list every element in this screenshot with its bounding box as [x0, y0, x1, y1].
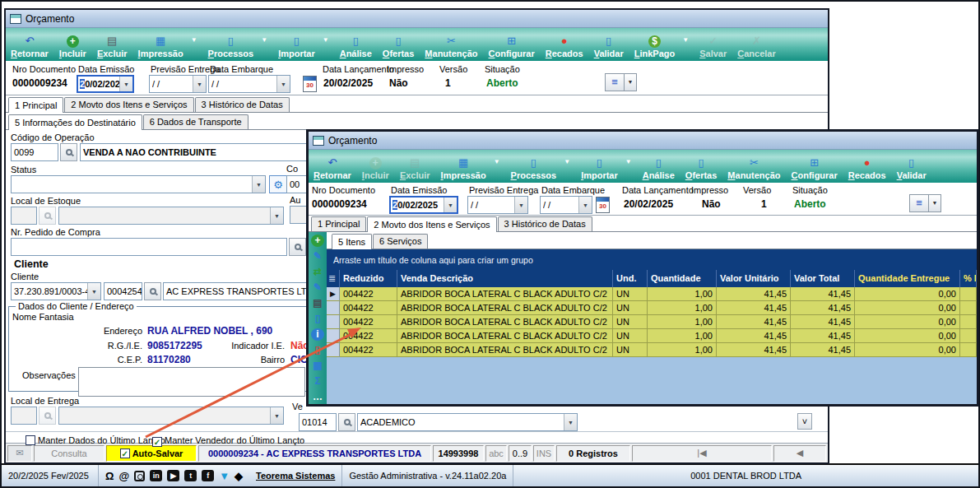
impressao-button[interactable]: ▦ Impressão [441, 156, 486, 181]
chevron-down-icon[interactable]: ▼ [87, 283, 100, 300]
grid-groupby-bar[interactable]: Arraste um título de coluna aqui para cr… [327, 249, 977, 270]
configurar-button[interactable]: ⊞ Configurar [489, 34, 535, 59]
table-row[interactable]: 004422 ABRIDOR BOCA LATERAL C BLACK ADUL… [327, 301, 977, 315]
chevron-down-icon[interactable]: ▼ [564, 414, 577, 430]
brand-link[interactable]: Teorema Sistemas [249, 465, 342, 486]
chevron-down-icon[interactable]: ▼ [682, 36, 689, 53]
cell-venda-descricao[interactable]: ABRIDOR BOCA LATERAL C BLACK ADULTO C/2 [397, 343, 613, 357]
document-button[interactable]: ▯ [311, 313, 324, 325]
chevron-down-icon[interactable]: ▼ [494, 158, 500, 175]
local-entrega-code-field[interactable] [11, 407, 37, 425]
excluir-button[interactable]: ▤ Excluir [97, 34, 128, 59]
grid-column-header[interactable]: Venda Descrição [397, 270, 613, 287]
ofertas-button[interactable]: ▯ Ofertas [685, 156, 718, 181]
cliente-codigo-field[interactable]: 0004254 [104, 282, 142, 300]
cell-percent-desconto[interactable] [960, 315, 977, 329]
salvar-button[interactable]: ✓ Salvar [699, 34, 727, 59]
cell-quantidade[interactable]: 1,00 [648, 287, 717, 301]
scroll-down-button[interactable]: ˅ [797, 413, 812, 430]
vendedor-codigo-field[interactable]: 01014 [299, 413, 337, 431]
list-view-button[interactable]: ≡ ▼ [909, 194, 941, 212]
auto-salvar-toggle[interactable]: Auto-Salvar [106, 445, 197, 462]
chevron-down-icon[interactable]: ▼ [625, 158, 632, 175]
edit-grid-button[interactable]: ✎ [311, 281, 324, 294]
cell-reduzido[interactable]: 004422 [340, 287, 397, 301]
cell-venda-descricao[interactable]: ABRIDOR BOCA LATERAL C BLACK ADULTO C/2 [397, 315, 613, 329]
manutencao-button[interactable]: ✂ Manutenção [727, 156, 780, 181]
kite-icon[interactable]: ▼ [219, 470, 230, 482]
facebook-icon[interactable]: f [202, 470, 214, 481]
cell-und[interactable]: UN [613, 301, 648, 315]
grid-column-header[interactable]: Reduzido [340, 270, 397, 287]
search-button[interactable] [39, 407, 56, 425]
grid-export-button[interactable]: ▦ [311, 360, 324, 372]
cell-percent-desconto[interactable] [960, 287, 977, 301]
info-button[interactable]: i [311, 328, 324, 341]
observacoes-textarea[interactable] [78, 367, 305, 397]
chevron-down-icon[interactable]: ▼ [252, 176, 265, 193]
cell-quantidade[interactable]: 1,00 [648, 343, 717, 357]
importar-button[interactable]: ▯ Importar [278, 34, 315, 59]
sum-button[interactable]: Σ [311, 375, 324, 388]
cell-valor-unitario[interactable]: 41,45 [717, 329, 791, 343]
graduation-cap-icon[interactable]: ◆ [235, 470, 243, 482]
list-view-button[interactable]: ≡ ▼ [605, 73, 637, 91]
cell-und[interactable]: UN [613, 329, 648, 343]
cell-quantidade-entregue[interactable]: 0,00 [855, 329, 960, 343]
analise-button[interactable]: ▯ Análise [643, 156, 675, 181]
cell-quantidade[interactable]: 1,00 [648, 301, 717, 315]
cell-und[interactable]: UN [613, 343, 648, 357]
chevron-down-icon[interactable]: ▼ [270, 207, 283, 224]
grid-column-header[interactable]: Quantidade Entregue [855, 270, 960, 287]
cell-reduzido[interactable]: 004422 [340, 301, 397, 315]
manutencao-button[interactable]: ✂ Manutenção [425, 34, 477, 59]
tab[interactable]: 3 Histórico de Datas [195, 97, 290, 112]
cell-venda-descricao[interactable]: ABRIDOR BOCA LATERAL C BLACK ADULTO C/2 [397, 287, 613, 301]
chevron-down-icon[interactable]: ▼ [270, 407, 283, 424]
tab[interactable]: 2 Movto dos Itens e Serviços [64, 97, 193, 112]
cell-valor-unitario[interactable]: 41,45 [717, 301, 791, 315]
cell-valor-total[interactable]: 41,45 [791, 329, 855, 343]
cell-venda-descricao[interactable]: ABRIDOR BOCA LATERAL C BLACK ADULTO C/2 [397, 301, 613, 315]
local-estoque-combo[interactable]: ▼ [58, 207, 284, 225]
grid-column-header[interactable]: Valor Total [791, 270, 855, 287]
chevron-down-icon[interactable]: ▼ [191, 36, 197, 53]
cancelar-button[interactable]: ✗ Cancelar [737, 34, 775, 59]
chevron-down-icon[interactable]: ▼ [193, 76, 206, 92]
chevron-down-icon[interactable]: ▼ [514, 197, 527, 213]
grid-column-header[interactable]: Quantidade [648, 270, 717, 287]
chevron-down-icon[interactable]: ▼ [276, 76, 290, 92]
cell-quantidade[interactable]: 1,00 [648, 329, 717, 343]
chevron-down-icon[interactable]: ▼ [929, 194, 941, 212]
vendedor-combo[interactable]: ACADEMICO ▼ [357, 413, 578, 431]
table-row[interactable]: 004422 ABRIDOR BOCA LATERAL C BLACK ADUL… [327, 329, 977, 343]
table-row[interactable]: ▶ 004422 ABRIDOR BOCA LATERAL C BLACK AD… [327, 287, 977, 301]
chevron-down-icon[interactable]: ▼ [444, 198, 457, 212]
search-button[interactable] [60, 143, 77, 161]
incluir-button[interactable]: + Incluir [59, 35, 86, 59]
search-button[interactable] [39, 207, 56, 225]
local-estoque-code-field[interactable] [11, 207, 37, 225]
chevron-down-icon[interactable]: ▼ [564, 158, 570, 175]
headset-icon[interactable]: Ω [105, 470, 114, 482]
cell-quantidade-entregue[interactable]: 0,00 [855, 315, 960, 329]
search-button[interactable] [289, 238, 306, 256]
tab[interactable]: 1 Principal [311, 216, 366, 231]
previsao-entrega-combo[interactable]: / / ▼ [467, 196, 528, 214]
search-button[interactable] [144, 282, 161, 300]
cell-percent-desconto[interactable] [960, 343, 977, 357]
subtab[interactable]: 5 Itens [332, 234, 372, 249]
cell-und[interactable]: UN [613, 315, 648, 329]
processos-button[interactable]: ▯ Processos [511, 156, 557, 181]
status-combo[interactable]: ▼ [11, 175, 266, 193]
table-row[interactable]: 004422 ABRIDOR BOCA LATERAL C BLACK ADUL… [327, 343, 977, 357]
validar-button[interactable]: ▯ Validar [594, 34, 624, 59]
cell-quantidade-entregue[interactable]: 0,00 [855, 301, 960, 315]
cell-quantidade-entregue[interactable]: 0,00 [855, 343, 960, 357]
recados-button[interactable]: ● Recados [546, 34, 583, 59]
nav-first-button[interactable]: |◀ [632, 445, 772, 462]
cell-reduzido[interactable]: 004422 [340, 343, 397, 357]
chevron-down-icon[interactable]: ▼ [625, 73, 637, 91]
cell-percent-desconto[interactable] [960, 329, 977, 343]
grid-column-header[interactable]: Und. [613, 270, 648, 287]
